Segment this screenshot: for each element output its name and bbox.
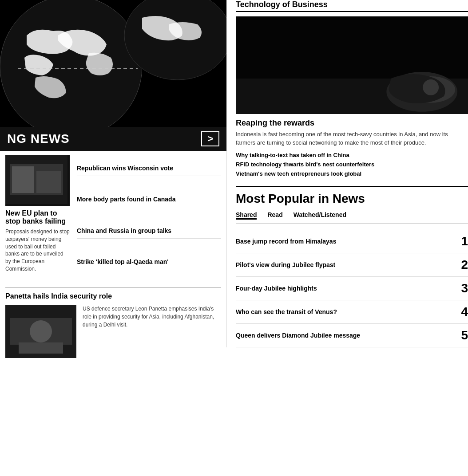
svg-rect-13 xyxy=(236,16,468,79)
svg-point-10 xyxy=(30,320,52,342)
tech-image-svg xyxy=(236,16,468,114)
tab-shared[interactable]: Shared xyxy=(236,211,257,220)
svg-rect-11 xyxy=(19,342,63,354)
panetta-text: US defence secretary Leon Panetta emphas… xyxy=(83,305,221,358)
tech-link-3[interactable]: Vietnam's new tech entrepreneurs look gl… xyxy=(236,170,468,177)
popular-item-5[interactable]: Queen delivers Diamond Jubilee message 5 xyxy=(236,324,468,347)
hero-image: NG NEWS > xyxy=(0,0,226,151)
panetta-title[interactable]: Panetta hails India security role xyxy=(5,292,221,300)
left-column: NG NEWS > xyxy=(0,0,226,362)
headline-item-4[interactable]: Strike 'killed top al-Qaeda man' xyxy=(77,258,221,269)
breaking-news-bar: NG NEWS > xyxy=(0,127,226,151)
tech-link-2[interactable]: RFID technology thwarts bird's nest coun… xyxy=(236,161,468,168)
popular-item-1[interactable]: Base jump record from Himalayas 1 xyxy=(236,230,468,253)
headline-title-2: More body parts found in Canada xyxy=(77,196,175,203)
tech-section-title: Technology of Business xyxy=(236,0,468,12)
news-grid-row: New EU plan to stop banks failing Propos… xyxy=(5,155,221,280)
headline-title-3: China and Russia in group talks xyxy=(77,227,171,234)
panetta-thumb xyxy=(5,305,76,358)
popular-item-2[interactable]: Pilot's view during Jubilee flypast 2 xyxy=(236,253,468,277)
left-content-area: New EU plan to stop banks failing Propos… xyxy=(0,151,226,362)
popular-item-rank-1: 1 xyxy=(455,234,468,248)
featured-title[interactable]: New EU plan to stop banks failing xyxy=(5,209,70,225)
popular-item-title-1: Base jump record from Himalayas xyxy=(236,238,450,245)
popular-item-title-4: Who can see the transit of Venus? xyxy=(236,308,450,315)
popular-section: Most Popular in News Shared Read Watched… xyxy=(236,186,468,347)
breaking-news-text: NG NEWS xyxy=(7,132,70,146)
headline-title-4: Strike 'killed top al-Qaeda man' xyxy=(77,258,169,265)
tech-feature-image xyxy=(236,16,468,114)
tech-link-1[interactable]: Why talking-to-text has taken off in Chi… xyxy=(236,152,468,158)
side-headlines: Republican wins Wisconsin vote More body… xyxy=(77,155,221,280)
popular-item-3[interactable]: Four-day Jubilee highlights 3 xyxy=(236,277,468,300)
headline-item-1[interactable]: Republican wins Wisconsin vote xyxy=(77,164,221,176)
tech-links: Why talking-to-text has taken off in Chi… xyxy=(236,152,468,177)
popular-item-rank-5: 5 xyxy=(455,328,468,342)
popular-item-title-2: Pilot's view during Jubilee flypast xyxy=(236,261,450,268)
popular-list: Base jump record from Himalayas 1 Pilot'… xyxy=(236,230,468,347)
popular-item-rank-2: 2 xyxy=(455,258,468,272)
right-column: Technology of Business Reaping the rewar… xyxy=(226,0,468,347)
popular-item-rank-3: 3 xyxy=(455,281,468,295)
tab-read[interactable]: Read xyxy=(267,211,282,220)
popular-tabs: Shared Read Watched/Listened xyxy=(236,211,468,224)
popular-item-4[interactable]: Who can see the transit of Venus? 4 xyxy=(236,300,468,324)
svg-point-17 xyxy=(423,79,439,95)
popular-item-title-5: Queen delivers Diamond Jubilee message xyxy=(236,332,450,339)
tech-section: Technology of Business Reaping the rewar… xyxy=(236,0,468,177)
headline-item-3[interactable]: China and Russia in group talks xyxy=(77,227,221,239)
panetta-section: Panetta hails India security role US def… xyxy=(5,287,221,358)
headline-item-2[interactable]: More body parts found in Canada xyxy=(77,195,221,207)
featured-thumb-svg xyxy=(5,155,67,204)
headline-title-1: Republican wins Wisconsin vote xyxy=(77,165,173,172)
featured-thumb xyxy=(5,155,70,206)
tab-watched[interactable]: Watched/Listened xyxy=(293,211,346,220)
featured-thumb-col: New EU plan to stop banks failing Propos… xyxy=(5,155,70,280)
svg-rect-7 xyxy=(36,171,61,193)
featured-story: New EU plan to stop banks failing Propos… xyxy=(5,209,70,273)
popular-item-title-3: Four-day Jubilee highlights xyxy=(236,285,450,292)
popular-title: Most Popular in News xyxy=(236,192,468,206)
tech-feature-title[interactable]: Reaping the rewards xyxy=(236,118,468,128)
svg-rect-6 xyxy=(12,166,34,193)
panetta-thumb-svg xyxy=(5,305,76,358)
featured-desc: Proposals designed to stop taxpayers' mo… xyxy=(5,228,70,273)
next-arrow-button[interactable]: > xyxy=(201,131,219,146)
panetta-row: US defence secretary Leon Panetta emphas… xyxy=(5,305,221,358)
tech-feature-desc: Indonesia is fast becoming one of the mo… xyxy=(236,130,468,147)
popular-item-rank-4: 4 xyxy=(455,305,468,319)
